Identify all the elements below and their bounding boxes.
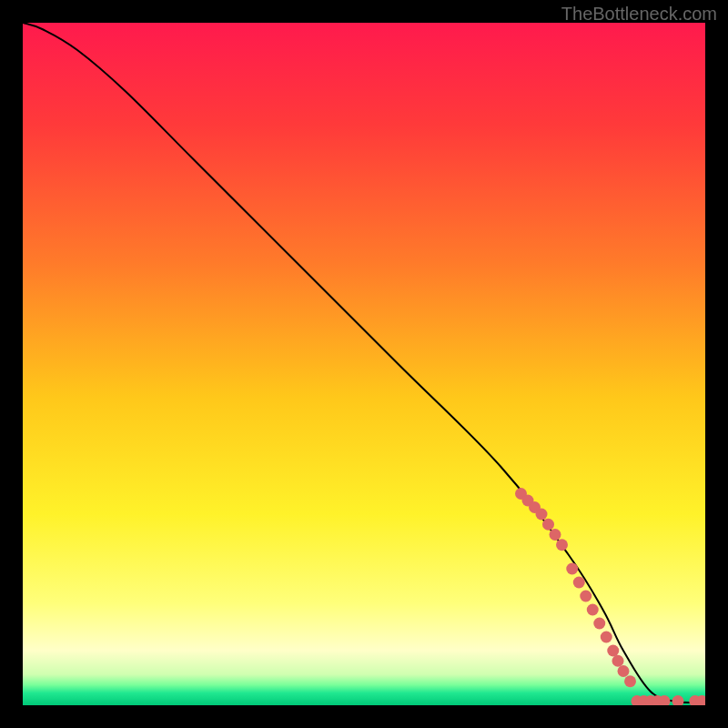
data-point — [593, 618, 605, 630]
plot-area — [23, 23, 705, 705]
data-point — [566, 563, 578, 575]
data-point — [607, 645, 619, 657]
data-point — [618, 665, 630, 677]
data-point — [550, 529, 561, 541]
data-point — [573, 577, 585, 589]
data-point — [556, 539, 568, 551]
data-point — [672, 695, 684, 705]
data-point — [624, 675, 636, 687]
data-point — [601, 632, 612, 643]
data-point — [542, 519, 554, 531]
data-point — [580, 591, 592, 602]
bottleneck-curve-line — [23, 23, 705, 703]
watermark-text: TheBottleneck.com — [561, 4, 717, 25]
data-point — [536, 509, 548, 521]
data-point — [587, 604, 599, 616]
data-point — [612, 655, 624, 667]
chart-svg — [23, 23, 705, 705]
